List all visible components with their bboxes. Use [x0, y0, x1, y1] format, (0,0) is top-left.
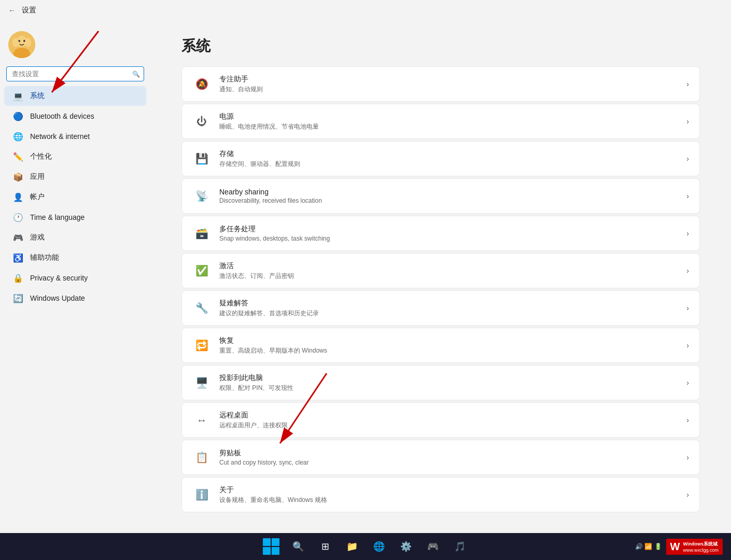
sidebar-item-bluetooth[interactable]: 🔵 Bluetooth & devices	[4, 106, 146, 126]
sidebar-item-time[interactable]: 🕐 Time & language	[4, 207, 146, 227]
taskbar: 🔍 ⊞ 📁 🌐 ⚙️ 🎮 🎵 🔊 📶 🔋 W Windows系统城 www.wx…	[0, 533, 731, 560]
settings-item-activation[interactable]: ✅ 激活 激活状态、订阅、产品密钥 ›	[181, 253, 700, 288]
settings-item-recovery[interactable]: 🔁 恢复 重置、高级启动、早期版本的 Windows ›	[181, 328, 700, 363]
sidebar-label-privacy: Privacy & security	[30, 274, 88, 282]
back-button[interactable]: ←	[8, 6, 16, 15]
settings-item-project[interactable]: 🖥️ 投影到此电脑 权限、配对 PIN、可发现性 ›	[181, 365, 700, 400]
avatar	[8, 31, 35, 58]
settings-item-multitask[interactable]: 🗃️ 多任务处理 Snap windows, desktops, task sw…	[181, 216, 700, 251]
settings-text-recovery: 恢复 重置、高级启动、早期版本的 Windows	[211, 336, 686, 355]
settings-item-remote[interactable]: ↔️ 远程桌面 远程桌面用户、连接权限 ›	[181, 402, 700, 438]
settings-item-storage[interactable]: 💾 存储 存储空间、驱动器、配置规则 ›	[181, 141, 700, 176]
settings-title-remote: 远程桌面	[219, 411, 678, 420]
settings-text-project: 投影到此电脑 权限、配对 PIN、可发现性	[211, 373, 686, 393]
sidebar-item-network[interactable]: 🌐 Network & internet	[4, 127, 146, 146]
sidebar-label-time: Time & language	[30, 213, 85, 221]
settings-subtitle-power: 睡眠、电池使用情况、节省电池电量	[219, 122, 678, 131]
settings-icon-troubleshoot: 🔧	[192, 299, 211, 317]
settings-subtitle-clipboard: Cut and copy history, sync, clear	[219, 459, 678, 466]
sidebar-item-privacy[interactable]: 🔒 Privacy & security	[4, 268, 146, 288]
settings-text-nearby: Nearby sharing Discoverability, received…	[211, 188, 686, 204]
settings-chevron-storage: ›	[686, 155, 689, 163]
sidebar-icon-time: 🕐	[12, 212, 24, 223]
sidebar-item-system[interactable]: 💻 系统	[4, 86, 146, 106]
settings-chevron-focus: ›	[686, 80, 689, 88]
settings-text-power: 电源 睡眠、电池使用情况、节省电池电量	[211, 112, 686, 131]
sidebar-icon-accounts: 👤	[12, 191, 24, 203]
settings-item-nearby[interactable]: 📡 Nearby sharing Discoverability, receiv…	[181, 178, 700, 214]
sidebar-label-accounts: 帐户	[30, 192, 45, 202]
settings-icon-power: ⏻	[192, 112, 211, 131]
file-explorer-button[interactable]: 📁	[343, 537, 361, 556]
search-box[interactable]: 🔍	[6, 66, 144, 81]
sidebar-item-gaming[interactable]: 🎮 游戏	[4, 228, 146, 247]
settings-title-focus: 专注助手	[219, 75, 678, 84]
settings-chevron-nearby: ›	[686, 192, 689, 200]
sidebar-item-accessibility[interactable]: ♿ 辅助功能	[4, 248, 146, 268]
sidebar-item-accounts[interactable]: 👤 帐户	[4, 187, 146, 207]
settings-icon-recovery: 🔁	[192, 336, 211, 355]
settings-title-activation: 激活	[219, 261, 678, 271]
watermark-site: www.wxclgg.com	[683, 548, 719, 553]
settings-text-activation: 激活 激活状态、订阅、产品密钥	[211, 261, 686, 281]
sidebar-label-accessibility: 辅助功能	[30, 253, 59, 262]
sidebar-item-apps[interactable]: 📦 应用	[4, 167, 146, 187]
user-avatar-area	[0, 25, 150, 66]
settings-title-about: 关于	[219, 485, 678, 495]
search-taskbar-button[interactable]: 🔍	[289, 537, 307, 556]
settings-title-power: 电源	[219, 112, 678, 121]
task-view-button[interactable]: ⊞	[316, 537, 334, 556]
sidebar-label-personalization: 个性化	[30, 152, 52, 161]
sidebar: 🔍 💻 系统 🔵 Bluetooth & devices 🌐 Network &…	[0, 21, 150, 533]
settings-text-troubleshoot: 疑难解答 建议的疑难解答、首选项和历史记录	[211, 299, 686, 318]
game-taskbar-button[interactable]: 🎮	[424, 537, 442, 556]
main-content: 系统 🔕 专注助手 通知、自动规则 › ⏻ 电源 睡眠、电池使用情况、节省电池电…	[150, 21, 731, 533]
settings-text-storage: 存储 存储空间、驱动器、配置规则	[211, 149, 686, 169]
browser-button[interactable]: 🌐	[370, 537, 388, 556]
settings-subtitle-remote: 远程桌面用户、连接权限	[219, 421, 678, 430]
start-button[interactable]	[262, 537, 280, 556]
settings-item-focus[interactable]: 🔕 专注助手 通知、自动规则 ›	[181, 66, 700, 102]
settings-icon-focus: 🔕	[192, 75, 211, 93]
settings-item-about[interactable]: ℹ️ 关于 设备规格、重命名电脑、Windows 规格 ›	[181, 477, 700, 512]
sidebar-item-personalization[interactable]: ✏️ 个性化	[4, 147, 146, 166]
sidebar-label-system: 系统	[30, 91, 45, 101]
system-tray: 🔊 📶 🔋	[635, 543, 662, 550]
watermark-logo: W	[670, 541, 680, 553]
settings-subtitle-troubleshoot: 建议的疑难解答、首选项和历史记录	[219, 309, 678, 318]
sidebar-icon-gaming: 🎮	[12, 232, 24, 243]
settings-icon-multitask: 🗃️	[192, 224, 211, 243]
settings-subtitle-multitask: Snap windows, desktops, task switching	[219, 235, 678, 242]
sidebar-label-gaming: 游戏	[30, 233, 45, 242]
taskbar-center: 🔍 ⊞ 📁 🌐 ⚙️ 🎮 🎵	[262, 537, 469, 556]
settings-icon-clipboard: 📋	[192, 448, 211, 467]
settings-icon-remote: ↔️	[192, 411, 211, 429]
page-title: 系统	[181, 36, 700, 56]
settings-icon-activation: ✅	[192, 261, 211, 280]
sidebar-label-apps: 应用	[30, 172, 45, 181]
settings-chevron-power: ›	[686, 117, 689, 125]
watermark: W Windows系统城 www.wxclgg.com	[666, 539, 723, 555]
sidebar-icon-bluetooth: 🔵	[12, 110, 24, 122]
sidebar-label-bluetooth: Bluetooth & devices	[30, 112, 94, 120]
sidebar-nav: 💻 系统 🔵 Bluetooth & devices 🌐 Network & i…	[0, 86, 150, 309]
settings-item-troubleshoot[interactable]: 🔧 疑难解答 建议的疑难解答、首选项和历史记录 ›	[181, 290, 700, 326]
svg-point-8	[12, 38, 19, 47]
sidebar-item-update[interactable]: 🔄 Windows Update	[4, 288, 146, 308]
settings-item-clipboard[interactable]: 📋 剪贴板 Cut and copy history, sync, clear …	[181, 440, 700, 475]
settings-subtitle-storage: 存储空间、驱动器、配置规则	[219, 160, 678, 169]
search-input[interactable]	[6, 66, 144, 81]
settings-taskbar-button[interactable]: ⚙️	[397, 537, 415, 556]
settings-chevron-multitask: ›	[686, 229, 689, 237]
settings-title-recovery: 恢复	[219, 336, 678, 345]
settings-text-multitask: 多任务处理 Snap windows, desktops, task switc…	[211, 225, 686, 242]
settings-subtitle-focus: 通知、自动规则	[219, 85, 678, 94]
sidebar-icon-system: 💻	[12, 90, 24, 102]
sidebar-icon-update: 🔄	[12, 292, 24, 304]
settings-chevron-recovery: ›	[686, 341, 689, 349]
settings-item-power[interactable]: ⏻ 电源 睡眠、电池使用情况、节省电池电量 ›	[181, 104, 700, 139]
settings-text-remote: 远程桌面 远程桌面用户、连接权限	[211, 411, 686, 430]
settings-icon-project: 🖥️	[192, 373, 211, 392]
media-taskbar-button[interactable]: 🎵	[451, 537, 469, 556]
settings-text-about: 关于 设备规格、重命名电脑、Windows 规格	[211, 485, 686, 505]
